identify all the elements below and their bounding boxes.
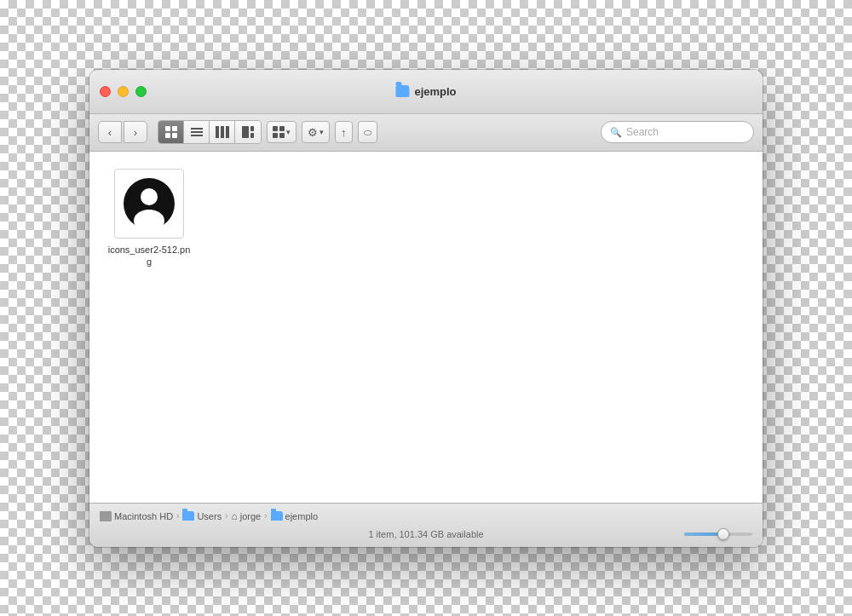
title-bar: ejemplo <box>89 70 763 114</box>
breadcrumb-users: Users <box>182 511 222 521</box>
nav-buttons: ‹ › <box>98 121 147 143</box>
status-bar: Macintosh HD › Users › ⌂ jorge › ejemplo… <box>89 503 763 547</box>
view-mode-buttons <box>158 120 262 144</box>
gear-icon: ⚙ <box>308 126 318 139</box>
folder-icon <box>395 85 409 97</box>
columns-icon <box>216 126 229 138</box>
share-button[interactable]: ↑ <box>335 121 353 143</box>
group-icon <box>273 126 285 138</box>
icon-view-button[interactable] <box>158 121 184 143</box>
finder-window: ejemplo ‹ › <box>89 70 763 547</box>
group-button[interactable]: ▾ <box>267 121 296 143</box>
breadcrumb-sep-3: › <box>264 511 267 521</box>
forward-button[interactable]: › <box>124 121 147 143</box>
folder-icon-small-1 <box>182 511 194 521</box>
search-box[interactable]: 🔍 Search <box>601 121 754 143</box>
breadcrumb-jorge: ⌂ jorge <box>232 510 262 522</box>
toolbar: ‹ › <box>89 114 763 152</box>
traffic-lights <box>100 86 147 97</box>
slider-thumb[interactable] <box>717 528 729 540</box>
tag-button[interactable]: ⬭ <box>358 121 377 143</box>
svg-point-2 <box>134 210 164 231</box>
file-name: icons_user2-512.png <box>106 244 192 268</box>
svg-point-1 <box>141 188 158 205</box>
maximize-button[interactable] <box>135 86 147 97</box>
tag-icon: ⬭ <box>364 127 371 138</box>
breadcrumb-hd: Macintosh HD <box>100 511 173 521</box>
breadcrumb-sep-2: › <box>225 511 227 521</box>
share-icon: ↑ <box>341 126 347 139</box>
breadcrumb: Macintosh HD › Users › ⌂ jorge › ejemplo <box>100 510 752 522</box>
file-thumbnail <box>114 169 184 239</box>
user-icon-svg <box>122 176 176 231</box>
home-icon: ⌂ <box>232 510 238 522</box>
search-icon: 🔍 <box>610 127 622 138</box>
window-title: ejemplo <box>395 85 456 98</box>
status-info: 1 item, 101.34 GB available <box>100 529 752 539</box>
list-view-button[interactable] <box>184 121 210 143</box>
breadcrumb-ejemplo: ejemplo <box>271 511 319 521</box>
minimize-button[interactable] <box>118 86 129 97</box>
gallery-view-button[interactable] <box>235 121 261 143</box>
close-button[interactable] <box>100 86 111 97</box>
folder-icon-small-2 <box>271 511 283 521</box>
hd-icon <box>100 511 112 521</box>
slider-track <box>684 533 752 536</box>
file-item[interactable]: icons_user2-512.png <box>106 169 192 268</box>
size-slider[interactable] <box>684 533 752 536</box>
breadcrumb-sep-1: › <box>176 511 179 521</box>
content-area[interactable]: icons_user2-512.png <box>89 152 763 503</box>
gallery-icon <box>242 126 254 138</box>
back-button[interactable]: ‹ <box>98 121 122 143</box>
lines-icon <box>191 128 203 136</box>
grid-icon <box>165 126 177 138</box>
action-button[interactable]: ⚙ ▾ <box>302 121 330 143</box>
column-view-button[interactable] <box>210 121 235 143</box>
